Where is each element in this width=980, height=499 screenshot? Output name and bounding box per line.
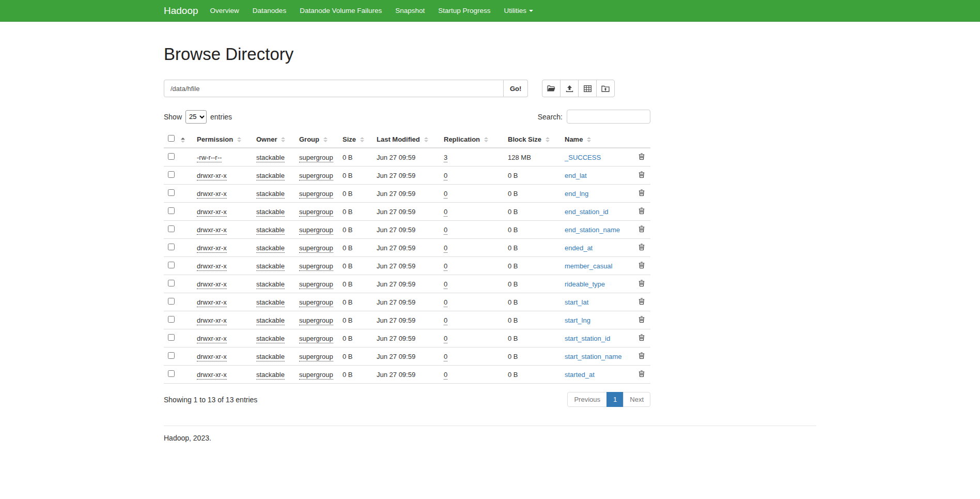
- permission-value[interactable]: drwxr-xr-x: [197, 353, 227, 361]
- row-checkbox[interactable]: [168, 280, 175, 286]
- delete-button[interactable]: [639, 280, 645, 286]
- replication-value[interactable]: 0: [444, 335, 447, 343]
- permission-value[interactable]: drwxr-xr-x: [197, 335, 227, 343]
- header-select-all[interactable]: [164, 131, 193, 148]
- delete-button[interactable]: [639, 316, 645, 323]
- owner-value[interactable]: stackable: [256, 262, 285, 271]
- group-value[interactable]: supergroup: [299, 226, 333, 235]
- permission-value[interactable]: drwxr-xr-x: [197, 316, 227, 325]
- row-checkbox[interactable]: [168, 225, 175, 232]
- permission-value[interactable]: drwxr-xr-x: [197, 298, 227, 307]
- row-checkbox[interactable]: [168, 334, 175, 341]
- owner-value[interactable]: stackable: [256, 316, 285, 325]
- page-length-select[interactable]: 25: [185, 110, 207, 124]
- delete-button[interactable]: [639, 298, 645, 305]
- file-name-link[interactable]: start_lat: [565, 298, 588, 306]
- replication-value[interactable]: 0: [444, 208, 447, 217]
- replication-value[interactable]: 0: [444, 244, 447, 253]
- permission-value[interactable]: -rw-r--r--: [197, 154, 222, 162]
- file-name-link[interactable]: start_lng: [565, 316, 590, 324]
- file-name-link[interactable]: end_station_name: [565, 226, 620, 234]
- header-block-size[interactable]: Block Size: [504, 131, 561, 148]
- group-value[interactable]: supergroup: [299, 190, 333, 199]
- create-directory-button[interactable]: [596, 80, 615, 97]
- replication-value[interactable]: 0: [444, 190, 447, 199]
- row-checkbox[interactable]: [168, 316, 175, 323]
- owner-value[interactable]: stackable: [256, 244, 285, 253]
- permission-value[interactable]: drwxr-xr-x: [197, 244, 227, 253]
- delete-button[interactable]: [639, 352, 645, 359]
- delete-button[interactable]: [639, 153, 645, 160]
- owner-value[interactable]: stackable: [256, 298, 285, 307]
- delete-button[interactable]: [639, 370, 645, 377]
- row-checkbox[interactable]: [168, 352, 175, 359]
- delete-button[interactable]: [639, 334, 645, 341]
- replication-value[interactable]: 0: [444, 226, 447, 235]
- permission-value[interactable]: drwxr-xr-x: [197, 262, 227, 271]
- group-value[interactable]: supergroup: [299, 172, 333, 180]
- file-name-link[interactable]: rideable_type: [565, 280, 605, 288]
- file-name-link[interactable]: end_lat: [565, 172, 587, 179]
- file-name-link[interactable]: member_casual: [565, 262, 613, 270]
- replication-value[interactable]: 0: [444, 262, 447, 271]
- folder-open-button[interactable]: [542, 80, 561, 97]
- replication-value[interactable]: 0: [444, 353, 447, 361]
- file-name-link[interactable]: start_station_name: [565, 353, 622, 360]
- previous-page-button[interactable]: Previous: [567, 392, 607, 407]
- file-name-link[interactable]: _SUCCESS: [565, 154, 601, 161]
- delete-button[interactable]: [639, 244, 645, 250]
- header-replication[interactable]: Replication: [440, 131, 504, 148]
- permission-value[interactable]: drwxr-xr-x: [197, 371, 227, 380]
- replication-value[interactable]: 0: [444, 172, 447, 180]
- owner-value[interactable]: stackable: [256, 208, 285, 217]
- replication-value[interactable]: 0: [444, 371, 447, 380]
- delete-button[interactable]: [639, 225, 645, 232]
- file-name-link[interactable]: ended_at: [565, 244, 593, 252]
- group-value[interactable]: supergroup: [299, 208, 333, 217]
- go-button[interactable]: Go!: [504, 80, 528, 97]
- header-size[interactable]: Size: [338, 131, 372, 148]
- nav-item-overview[interactable]: Overview: [204, 0, 246, 21]
- group-value[interactable]: supergroup: [299, 280, 333, 289]
- group-value[interactable]: supergroup: [299, 316, 333, 325]
- nav-item-datanode-volume-failures[interactable]: Datanode Volume Failures: [293, 0, 388, 21]
- permission-value[interactable]: drwxr-xr-x: [197, 280, 227, 289]
- nav-item-startup-progress[interactable]: Startup Progress: [431, 0, 497, 21]
- upload-file-button[interactable]: [560, 80, 579, 97]
- file-name-link[interactable]: end_lng: [565, 190, 588, 198]
- file-name-link[interactable]: end_station_id: [565, 208, 609, 216]
- delete-button[interactable]: [639, 189, 645, 196]
- nav-item-snapshot[interactable]: Snapshot: [388, 0, 431, 21]
- row-checkbox[interactable]: [168, 171, 175, 178]
- brand-hadoop[interactable]: Hadoop: [164, 5, 198, 17]
- replication-value[interactable]: 0: [444, 316, 447, 325]
- permission-value[interactable]: drwxr-xr-x: [197, 172, 227, 180]
- owner-value[interactable]: stackable: [256, 172, 285, 180]
- owner-value[interactable]: stackable: [256, 335, 285, 343]
- replication-value[interactable]: 3: [444, 154, 447, 162]
- group-value[interactable]: supergroup: [299, 244, 333, 253]
- row-checkbox[interactable]: [168, 262, 175, 268]
- group-value[interactable]: supergroup: [299, 353, 333, 361]
- group-value[interactable]: supergroup: [299, 154, 333, 162]
- owner-value[interactable]: stackable: [256, 371, 285, 380]
- row-checkbox[interactable]: [168, 153, 175, 160]
- delete-button[interactable]: [639, 262, 645, 268]
- next-page-button[interactable]: Next: [623, 392, 650, 407]
- table-view-button[interactable]: [578, 80, 597, 97]
- select-all-checkbox[interactable]: [168, 135, 175, 142]
- header-owner[interactable]: Owner: [252, 131, 295, 148]
- directory-path-input[interactable]: [164, 80, 504, 97]
- file-name-link[interactable]: start_station_id: [565, 335, 610, 342]
- row-checkbox[interactable]: [168, 189, 175, 196]
- nav-item-utilities-dropdown[interactable]: Utilities: [497, 0, 540, 21]
- group-value[interactable]: supergroup: [299, 262, 333, 271]
- row-checkbox[interactable]: [168, 244, 175, 250]
- header-permission[interactable]: Permission: [193, 131, 252, 148]
- search-input[interactable]: [567, 110, 650, 124]
- row-checkbox[interactable]: [168, 207, 175, 214]
- page-1-button[interactable]: 1: [606, 392, 624, 407]
- owner-value[interactable]: stackable: [256, 154, 285, 162]
- group-value[interactable]: supergroup: [299, 371, 333, 380]
- nav-item-datanodes[interactable]: Datanodes: [246, 0, 293, 21]
